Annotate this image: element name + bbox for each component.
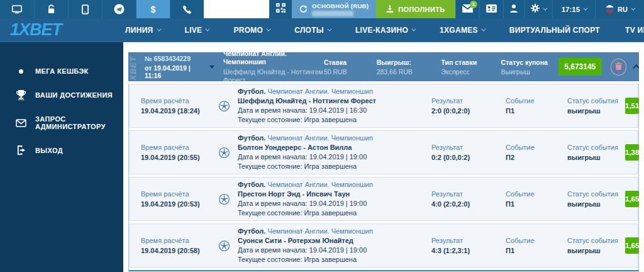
qr-code-icon <box>276 3 286 15</box>
chevron-down-icon <box>631 6 635 11</box>
result-value: 0:2 (0:0,0:2) <box>431 154 506 161</box>
gear-icon <box>531 4 540 15</box>
coefficient-badge: 1,51 <box>625 98 639 114</box>
sidebar-item-mega-cashback[interactable]: МЕГА КЕШБЭК <box>0 60 123 82</box>
id-card-icon <box>486 4 497 15</box>
telegram-icon <box>114 4 125 14</box>
dollar-icon: $ <box>151 4 156 14</box>
account-balance-blurred <box>312 11 353 16</box>
russia-flag-icon <box>606 5 614 13</box>
account-selector[interactable]: ОСНОВНОЙ (RUB) <box>292 0 376 18</box>
brand-watermark: 1XBET <box>128 56 138 81</box>
telegram-button[interactable] <box>102 0 136 18</box>
settings-button[interactable] <box>524 0 552 18</box>
game-state: Текущее состояние: Игра завершена <box>238 255 431 264</box>
match-name: Престон Норт Энд - Ипсвич Таун <box>238 190 431 199</box>
main-area: МЕГА КЕШБЭК ВАШИ ДОСТИЖЕНИЯ ЗАПРОС АДМИН… <box>0 42 644 272</box>
deposit-button[interactable]: ПОПОЛНИТЬ <box>376 0 455 18</box>
event-value: П1 <box>506 107 567 115</box>
mobile-icon <box>82 4 89 14</box>
event-status-value: выигрыш <box>567 107 625 115</box>
league-link[interactable]: Чемпионат Англии. Чемпионшип <box>267 181 373 188</box>
bet-row: Время расчёта 19.04.2019 (20:55) Футбол.… <box>129 130 638 174</box>
trophy-icon <box>15 90 26 100</box>
account-id-button[interactable] <box>479 0 503 18</box>
chevron-down-icon <box>327 27 331 31</box>
mail-wrap: 1 <box>462 4 473 15</box>
coefficient-badge: 1,38 <box>625 144 639 161</box>
delete-coupon-button[interactable] <box>611 59 627 76</box>
messages-button[interactable]: 1 <box>455 0 479 18</box>
coupon-number-block: № 6583434229 от 19.04.2019 | 11:16 <box>145 55 207 79</box>
chevron-down-icon <box>543 6 547 11</box>
deposit-label: ПОПОЛНИТЬ <box>398 6 445 13</box>
top-bar: $ ОСНОВНОЙ (RUB) ПОПОЛНИТЬ 1 <box>0 0 644 18</box>
time-selector[interactable]: 17:15 <box>552 0 595 18</box>
event-value: П1 <box>506 200 567 208</box>
nav-item-1xgames[interactable]: 1XGAMES <box>429 26 495 35</box>
nav-item-live[interactable]: LIVE <box>174 26 219 35</box>
chevron-down-icon <box>481 27 486 31</box>
soccer-ball-icon <box>210 100 238 112</box>
start-time: Дата и время начала: 19.04.2019 | 19:00 <box>238 152 431 162</box>
envelope-icon <box>15 119 26 127</box>
person-icon <box>510 4 518 15</box>
nav-item-liniya[interactable]: ЛИНИЯ <box>114 26 170 35</box>
start-time: Дата и время начала: 19.04.2019 | 16:30 <box>238 106 431 115</box>
chevron-down-icon <box>583 6 587 11</box>
settle-time-value: 19.04.2019 (20:55) <box>141 154 210 161</box>
nav-item-promo[interactable]: PROMO <box>223 26 280 35</box>
security-button[interactable] <box>34 0 68 18</box>
start-time: Дата и время начала: 19.04.2019 | 19:00 <box>238 199 431 208</box>
desktop-app-button[interactable] <box>0 0 34 18</box>
sidebar-item-achievements[interactable]: ВАШИ ДОСТИЖЕНИЯ <box>0 82 123 108</box>
logout-icon <box>15 145 26 155</box>
chevron-down-icon <box>157 27 161 31</box>
sidebar: МЕГА КЕШБЭК ВАШИ ДОСТИЖЕНИЯ ЗАПРОС АДМИН… <box>0 42 123 272</box>
phone-icon <box>183 5 192 14</box>
trash-icon <box>615 61 622 72</box>
league-link[interactable]: Чемпионат Англии. Чемпионшип <box>267 134 373 142</box>
stake-value: 50 RUB <box>324 68 377 76</box>
soccer-ball-icon <box>210 240 238 252</box>
coupon-league-block: Чемпионат Англии. Чемпионшип Шеффилд Юна… <box>223 52 324 81</box>
qr-code-button[interactable] <box>269 0 292 18</box>
nav-item-live-casino[interactable]: LIVE-КАЗИНО <box>345 26 425 35</box>
coupon-league: Чемпионат Англии. Чемпионшип <box>223 52 324 66</box>
collapse-chevron-icon[interactable] <box>633 64 639 71</box>
nav-item-slots[interactable]: СЛОТЫ <box>284 26 341 35</box>
nav-item-virtual-sport[interactable]: ВИРТУАЛЬНЫЙ СПОРТ <box>499 26 611 35</box>
dot-icon <box>15 69 26 74</box>
sidebar-item-logout[interactable]: ВЫХОД <box>0 138 123 162</box>
brand-logo[interactable]: 1XBET <box>0 20 78 40</box>
mobile-app-button[interactable] <box>68 0 102 18</box>
bet-rows: Время расчёта 19.04.2019 (18:24) Футбол.… <box>128 84 639 271</box>
result-value: 2:0 (0:0,2:0) <box>431 107 506 115</box>
bet-coupon: 1XBET № 6583434229 от 19.04.2019 | 11:16… <box>128 52 639 271</box>
nav-item-tv-games[interactable]: TV ИГРЫ <box>614 26 644 35</box>
bet-row: Время расчёта 19.04.2019 (18:24) Футбол.… <box>129 84 638 128</box>
coupon-number: № 6583434229 <box>145 55 207 62</box>
match-name: Суонси Сити - Ротерхэм Юнайтед <box>238 236 431 246</box>
coupon-header: 1XBET № 6583434229 от 19.04.2019 | 11:16… <box>128 52 639 81</box>
chevron-down-icon <box>267 27 271 31</box>
result-value: 4:0 (2:0,2:0) <box>431 200 506 208</box>
expand-caret-icon[interactable] <box>209 65 214 69</box>
match-name: Болтон Уондерерс - Астон Вилла <box>238 143 431 152</box>
coupon-date: от 19.04.2019 | 11:16 <box>145 64 207 79</box>
stake-block: Ставка 50 RUB <box>324 59 377 76</box>
account-label: ОСНОВНОЙ (RUB) <box>312 3 369 9</box>
payments-button[interactable]: $ <box>136 0 170 18</box>
profile-button[interactable] <box>503 0 524 18</box>
event-status-value: выигрыш <box>567 247 625 254</box>
event-status-value: выигрыш <box>567 154 625 161</box>
contact-phone-button[interactable] <box>170 0 204 18</box>
start-time: Дата и время начала: 19.04.2019 | 19:00 <box>238 246 431 255</box>
league-link[interactable]: Чемпионат Англии. Чемпионшип <box>267 88 373 95</box>
language-selector[interactable]: RU <box>595 0 644 18</box>
content-area: 1XBET № 6583434229 от 19.04.2019 | 11:16… <box>123 42 644 272</box>
event-status-value: выигрыш <box>567 200 625 208</box>
game-state: Текущее состояние: Игра завершена <box>238 208 431 218</box>
league-link[interactable]: Чемпионат Англии. Чемпионшип <box>267 227 373 235</box>
sidebar-item-admin-request[interactable]: ЗАПРОС АДМИНИСТРАТОРУ <box>0 108 119 138</box>
